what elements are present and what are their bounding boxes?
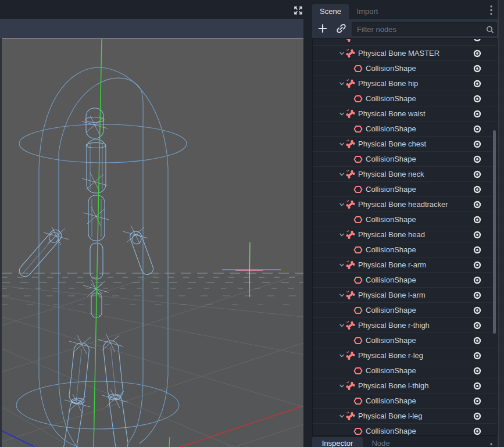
tree-row-physical-bone-hip[interactable]: Physical Bone hip — [313, 76, 497, 91]
visibility-eye-icon[interactable] — [473, 427, 482, 436]
tree-row-collisionshape[interactable]: CollisionShape — [313, 212, 497, 227]
tree-row-physical-bone-r-arm[interactable]: Physical Bone r-arm — [313, 257, 497, 272]
visibility-eye-icon[interactable] — [473, 276, 482, 285]
collision-shape-icon — [353, 124, 363, 134]
chevron-down-icon[interactable] — [338, 80, 345, 87]
visibility-eye-icon[interactable] — [473, 170, 482, 179]
tree-row-physical-bone-head[interactable]: Physical Bone head — [313, 227, 497, 242]
chevron-down-icon[interactable] — [338, 50, 345, 57]
tree-row-collisionshape[interactable]: CollisionShape — [313, 272, 497, 287]
instance-scene-link-button[interactable] — [335, 23, 347, 34]
visibility-eye-icon[interactable] — [473, 336, 482, 345]
visibility-eye-icon[interactable] — [473, 260, 482, 270]
chevron-down-icon[interactable] — [338, 382, 345, 389]
tree-row-physical-bone-waist[interactable]: Physical Bone waist — [313, 106, 497, 121]
viewport-toolbar-band — [0, 19, 305, 38]
dock-menu-dots-icon[interactable] — [489, 5, 493, 16]
viewport-top-bar — [0, 0, 305, 19]
tree-row-label: CollisionShape — [366, 276, 416, 284]
visibility-eye-icon[interactable] — [473, 64, 482, 73]
visibility-eye-icon[interactable] — [473, 38, 482, 42]
tree-row-physical-bone-headtracker[interactable]: Physical Bone headtracker — [313, 196, 497, 212]
chevron-down-icon[interactable] — [338, 352, 345, 359]
panel-splitter[interactable] — [303, 0, 312, 447]
visibility-eye-icon[interactable] — [473, 366, 482, 376]
visibility-eye-icon[interactable] — [473, 381, 482, 391]
chevron-down-icon[interactable] — [338, 231, 345, 238]
tree-row-physical-bone-l-thigh[interactable]: Physical Bone l-thigh — [313, 378, 497, 393]
tree-row-label: Physical Bone r-arm — [358, 260, 426, 269]
visibility-eye-icon[interactable] — [473, 321, 482, 330]
chevron-down-icon[interactable] — [338, 292, 345, 299]
tree-row-label: CollisionShape — [366, 336, 416, 345]
tree-row-physical-bone-l-leg[interactable]: Physical Bone l-leg — [313, 408, 497, 423]
visibility-eye-icon[interactable] — [473, 185, 482, 194]
tree-row-label: CollisionShape — [366, 396, 416, 405]
visibility-eye-icon[interactable] — [473, 124, 482, 134]
tab-scene[interactable]: Scene — [312, 4, 349, 19]
tree-row-label: CollisionShape — [366, 366, 416, 375]
tree-row-clipped-0[interactable] — [313, 38, 497, 45]
filter-nodes-input[interactable] — [352, 22, 497, 36]
tree-row-physical-bone-r-thigh[interactable]: Physical Bone r-thigh — [313, 317, 497, 332]
visibility-eye-icon[interactable] — [473, 49, 482, 58]
chevron-down-icon[interactable] — [338, 171, 345, 178]
visibility-eye-icon[interactable] — [473, 215, 482, 224]
chevron-down-icon[interactable] — [338, 262, 345, 269]
search-icon — [485, 25, 495, 34]
chevron-down-icon[interactable] — [338, 322, 345, 329]
collision-shape-icon — [353, 64, 363, 73]
tree-row-collisionshape[interactable]: CollisionShape — [313, 151, 497, 166]
bottom-tab-bar: Inspector Node — [312, 436, 498, 447]
expand-fullscreen-icon[interactable] — [293, 5, 303, 16]
tree-row-label: CollisionShape — [366, 124, 416, 133]
3d-viewport-canvas[interactable] — [2, 38, 303, 447]
tree-row-label: Physical Bone waist — [358, 109, 426, 118]
visibility-eye-icon[interactable] — [473, 230, 482, 239]
visibility-eye-icon[interactable] — [473, 79, 482, 88]
visibility-eye-icon[interactable] — [473, 94, 482, 103]
visibility-eye-icon[interactable] — [473, 155, 482, 164]
collision-shape-icon — [353, 185, 363, 194]
tree-row-collisionshape[interactable]: CollisionShape — [313, 423, 497, 436]
tab-import[interactable]: Import — [351, 4, 384, 19]
physical-bone-icon — [346, 140, 355, 149]
tree-row-physical-bone-l-arm[interactable]: Physical Bone l-arm — [313, 287, 497, 302]
visibility-eye-icon[interactable] — [473, 351, 482, 360]
chevron-down-icon[interactable] — [338, 141, 345, 148]
visibility-eye-icon[interactable] — [473, 396, 482, 406]
tree-row-label: CollisionShape — [366, 94, 416, 103]
tree-row-collisionshape[interactable]: CollisionShape — [313, 91, 497, 106]
tree-row-collisionshape[interactable]: CollisionShape — [313, 60, 497, 76]
tree-row-collisionshape[interactable]: CollisionShape — [313, 332, 497, 348]
tab-node[interactable]: Node — [367, 437, 395, 447]
visibility-eye-icon[interactable] — [473, 109, 482, 119]
visibility-eye-icon[interactable] — [473, 245, 482, 255]
tree-row-collisionshape[interactable]: CollisionShape — [313, 302, 497, 317]
visibility-eye-icon[interactable] — [473, 306, 482, 315]
tree-row-collisionshape[interactable]: CollisionShape — [313, 242, 497, 257]
tree-row-collisionshape[interactable]: CollisionShape — [313, 181, 497, 196]
chevron-down-icon[interactable] — [338, 413, 345, 420]
tab-inspector[interactable]: Inspector — [312, 437, 363, 447]
add-node-button[interactable] — [317, 23, 328, 34]
scene-dock: Scene Import — [312, 0, 498, 447]
tree-row-physical-bone-neck[interactable]: Physical Bone neck — [313, 166, 497, 181]
tree-row-physical-bone-r-leg[interactable]: Physical Bone r-leg — [313, 348, 497, 363]
tree-scrollbar-thumb[interactable] — [493, 130, 496, 334]
chevron-down-icon[interactable] — [338, 201, 345, 208]
tree-row-physical-bone-chest[interactable]: Physical Bone chest — [313, 136, 497, 151]
tree-row-collisionshape[interactable]: CollisionShape — [313, 363, 497, 378]
tree-row-label: Physical Bone l-arm — [358, 291, 426, 299]
bottom-menu-dots-icon[interactable] — [489, 441, 493, 447]
collision-shape-icon — [353, 155, 363, 164]
collision-shape-icon — [353, 245, 363, 255]
visibility-eye-icon[interactable] — [473, 140, 482, 149]
chevron-down-icon[interactable] — [338, 110, 345, 117]
visibility-eye-icon[interactable] — [473, 200, 482, 209]
tree-row-collisionshape[interactable]: CollisionShape — [313, 393, 497, 408]
visibility-eye-icon[interactable] — [473, 291, 482, 300]
tree-row-collisionshape[interactable]: CollisionShape — [313, 121, 497, 136]
tree-row-physical-bone-master[interactable]: Physical Bone MASTER — [313, 45, 497, 60]
visibility-eye-icon[interactable] — [473, 412, 482, 421]
